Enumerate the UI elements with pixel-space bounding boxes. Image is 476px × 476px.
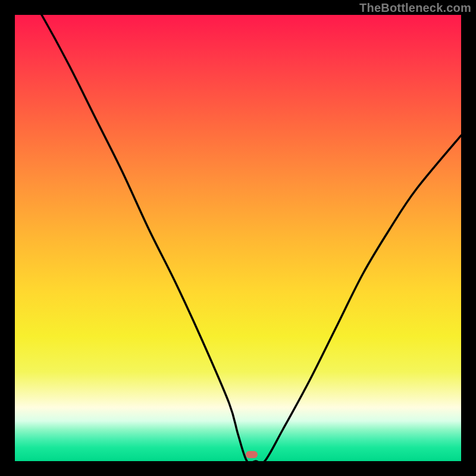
watermark-text: TheBottleneck.com: [359, 1, 471, 15]
plot-area: [15, 15, 461, 461]
chart-frame: TheBottleneck.com: [0, 0, 476, 476]
bottleneck-curve: [15, 15, 461, 461]
optimal-marker: [246, 451, 258, 458]
